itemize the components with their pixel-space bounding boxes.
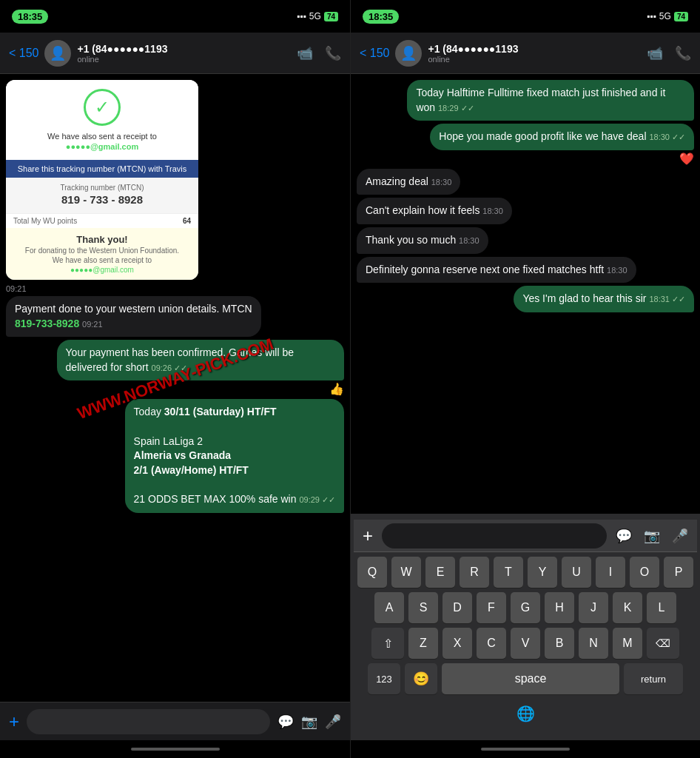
left-input-bar: + 💬 📷 🎤: [0, 702, 350, 740]
mtcn-number: 819-733-8928: [15, 318, 79, 329]
wu-points-bar: Total My WU points 64: [6, 213, 198, 228]
mic-icon[interactable]: 🎤: [325, 714, 341, 730]
left-input-plus-button[interactable]: +: [9, 711, 19, 732]
reserve-bubble: Definitely gonna reserve next one fixed …: [357, 257, 636, 284]
kb-emoji-key[interactable]: 😊: [405, 663, 437, 694]
kb-delete-key[interactable]: ⌫: [647, 628, 679, 659]
kb-key-b[interactable]: B: [545, 628, 574, 659]
right-chat-header: < 150 👤 +1 (84●●●●●●1193 online 📹 📞: [351, 33, 700, 74]
battery-badge: 74: [324, 12, 338, 21]
back-button[interactable]: < 150: [9, 47, 38, 60]
kb-key-s[interactable]: S: [408, 592, 438, 623]
amazing-deal-text: Amazing deal: [366, 175, 428, 187]
right-avatar: 👤: [395, 40, 422, 67]
thankyou-bubble: Thank you so much 18:30: [357, 227, 488, 254]
right-header-icons: 📹 📞: [647, 45, 691, 61]
right-home-bar: [481, 748, 570, 751]
kb-camera-icon[interactable]: 📷: [644, 528, 660, 544]
wu-email: ●●●●●@gmail.com: [15, 142, 189, 151]
confirmed-msg-bubble: Your payment has been confirmed. Games w…: [57, 340, 344, 380]
kb-mic-icon[interactable]: 🎤: [672, 528, 688, 544]
kb-key-t[interactable]: T: [494, 557, 523, 588]
right-video-call-icon[interactable]: 📹: [647, 45, 663, 61]
wu-card-top: ✓ We have also sent a receipt to ●●●●●@g…: [6, 80, 198, 160]
left-home-bar: [131, 748, 220, 751]
amazing-deal-bubble: Amazing deal 18:30: [357, 169, 460, 195]
kb-return-key[interactable]: return: [624, 663, 683, 694]
left-input-field[interactable]: [27, 709, 270, 734]
kb-key-f[interactable]: F: [477, 592, 506, 623]
match-msg-text: Today 30/11 (Saturday) HT/FTSpain LaLiga…: [134, 406, 297, 505]
wu-tracking: Tracking number (MTCN) 819 - 733 - 8928: [6, 178, 198, 213]
wu-card-row: ✓ We have also sent a receipt to ●●●●●@g…: [6, 80, 344, 293]
profit-msg-time: 18:30 ✓✓: [649, 133, 685, 141]
kb-key-p[interactable]: P: [664, 557, 693, 588]
contact-name: +1 (84●●●●●●1193: [77, 43, 291, 55]
kb-key-g[interactable]: G: [511, 592, 540, 623]
kb-key-h[interactable]: H: [545, 592, 574, 623]
kb-key-w[interactable]: W: [391, 557, 421, 588]
kb-key-u[interactable]: U: [562, 557, 591, 588]
right-contact-status: online: [428, 55, 641, 64]
kb-key-m[interactable]: M: [613, 628, 642, 659]
kb-key-z[interactable]: Z: [408, 628, 438, 659]
left-status-icons: ▪▪▪ 5G 74: [297, 11, 338, 21]
cant-explain-time: 18:30: [482, 207, 503, 215]
match-msg-bubble: Today 30/11 (Saturday) HT/FTSpain LaLiga…: [125, 399, 344, 512]
header-icons: 📹 📞: [297, 45, 341, 61]
wu-thank-email: ●●●●●@gmail.com: [13, 266, 191, 274]
thankyou-time: 18:30: [459, 236, 479, 245]
amazing-deal-time: 18:30: [431, 178, 452, 187]
confirmed-msg-time: 09:26 ✓✓: [152, 363, 188, 372]
wu-card: ✓ We have also sent a receipt to ●●●●●@g…: [6, 80, 198, 280]
kb-key-j[interactable]: J: [579, 592, 608, 623]
right-phone-call-icon[interactable]: 📞: [675, 45, 691, 61]
wu-card-time: 09:21: [6, 284, 27, 293]
kb-key-d[interactable]: D: [442, 592, 472, 623]
kb-key-c[interactable]: C: [477, 628, 506, 659]
kb-sticker-icon[interactable]: 💬: [616, 528, 632, 544]
kb-key-v[interactable]: V: [511, 628, 540, 659]
kb-key-q[interactable]: Q: [357, 557, 387, 588]
kb-shift-key[interactable]: ⇧: [371, 628, 404, 659]
kb-space-key[interactable]: space: [442, 663, 619, 694]
avatar: 👤: [44, 40, 71, 67]
kb-numbers-key[interactable]: 123: [368, 663, 400, 694]
phone-call-icon[interactable]: 📞: [325, 45, 341, 61]
kb-plus-button[interactable]: +: [363, 526, 373, 546]
reserve-text: Definitely gonna reserve next one fixed …: [366, 264, 604, 275]
kb-text-input[interactable]: [382, 523, 607, 549]
left-status-time: 18:35: [12, 10, 48, 24]
match-msg-time: 09:29 ✓✓: [299, 495, 335, 504]
kb-key-y[interactable]: Y: [528, 557, 557, 588]
kb-key-r[interactable]: R: [460, 557, 489, 588]
sticker-icon[interactable]: 💬: [277, 714, 294, 730]
kb-key-a[interactable]: A: [374, 592, 404, 623]
video-call-icon[interactable]: 📹: [297, 45, 313, 61]
thumbsup-reaction: 👍: [329, 382, 344, 396]
right-back-button[interactable]: < 150: [360, 47, 389, 60]
kb-key-x[interactable]: X: [442, 628, 472, 659]
thankyou-text: Thank you so much: [366, 234, 456, 246]
kb-key-i[interactable]: I: [596, 557, 625, 588]
kb-key-o[interactable]: O: [630, 557, 659, 588]
today-match-sent-time: 18:29 ✓✓: [438, 104, 474, 113]
kb-key-k[interactable]: K: [613, 592, 642, 623]
left-status-bar: 18:35 ▪▪▪ 5G 74: [0, 0, 350, 33]
wu-checkmark-icon: ✓: [84, 89, 121, 126]
camera-icon[interactable]: 📷: [301, 714, 317, 730]
kb-key-e[interactable]: E: [425, 557, 455, 588]
signal-bars-icon: ▪▪▪: [297, 11, 306, 21]
cant-explain-text: Can't explain how it feels: [366, 204, 479, 216]
kb-key-n[interactable]: N: [579, 628, 608, 659]
right-status-time: 18:35: [363, 10, 399, 24]
glad-time: 18:31 ✓✓: [649, 295, 685, 303]
kb-row-3: ⇧ Z X C V B N M ⌫: [357, 628, 694, 659]
wu-points-label: Total My WU points: [13, 217, 77, 225]
right-status-icons: ▪▪▪ 5G 74: [647, 11, 688, 21]
kb-key-l[interactable]: L: [647, 592, 676, 623]
today-match-sent-bubble: Today Halftime Fulltime fixed match just…: [407, 80, 694, 121]
kb-globe-icon[interactable]: 🌐: [511, 699, 541, 728]
payment-msg-row: Payment done to your western union detai…: [6, 296, 344, 337]
wu-points-value: 64: [183, 217, 191, 225]
